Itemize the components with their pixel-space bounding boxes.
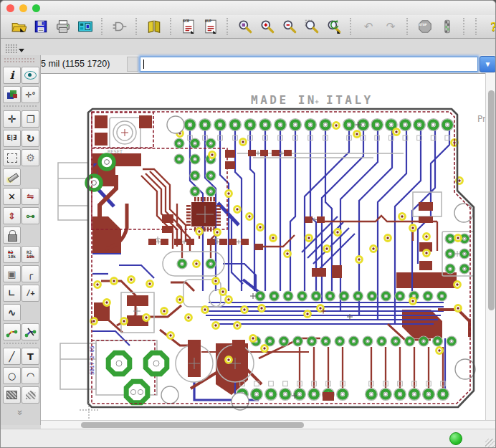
arc-tool-button[interactable]: ◠	[22, 367, 39, 384]
stop-icon	[417, 19, 433, 34]
command-bar-splitter[interactable]	[127, 57, 138, 72]
mark-tool-button[interactable]: ✛°	[22, 86, 39, 103]
split-tool-button[interactable]: ⇕	[3, 207, 21, 224]
minimize-window-button[interactable]	[19, 4, 27, 12]
zoom-redraw-button[interactable]	[325, 17, 343, 36]
rotate-tool-button[interactable]: ↻	[22, 130, 39, 147]
redo-button[interactable]: ↷	[381, 17, 400, 36]
pcb-text: SB17-2-05	[89, 345, 95, 375]
top-trace	[171, 282, 194, 291]
cam-processor-icon	[77, 19, 93, 34]
zoom-out-button[interactable]	[280, 17, 299, 36]
smd-pad	[323, 392, 334, 401]
top-trace	[108, 301, 123, 333]
palette-drag-handle[interactable]	[4, 57, 35, 63]
pcb-drawing[interactable]: MADE IN ITALYPrRESETSB17-2-05	[41, 74, 485, 420]
smd-pad	[127, 295, 148, 306]
zoom-in-button[interactable]	[258, 17, 277, 36]
polygon-tool-button[interactable]	[22, 386, 39, 404]
lock-tool-icon	[8, 230, 16, 240]
undo-icon: ↶	[364, 20, 373, 33]
value-tool-icon: R210k	[27, 250, 34, 259]
ratsnest-button[interactable]	[438, 17, 457, 36]
zoom-window-button[interactable]	[32, 4, 40, 12]
command-input[interactable]	[140, 57, 478, 72]
text-tool-button[interactable]: T	[22, 348, 39, 365]
ulp-button[interactable]: ULP	[201, 17, 220, 36]
wire-tool-icon: ╱	[9, 352, 15, 361]
show-tool-button[interactable]	[22, 67, 39, 84]
cam-processor-button[interactable]	[76, 17, 95, 36]
horizontal-scrollbar-thumb[interactable]	[81, 422, 304, 428]
info-tool-icon: i	[10, 70, 14, 81]
miter-tool-button[interactable]: ╭	[22, 265, 39, 282]
command-history-dropdown-button[interactable]: ▼	[480, 56, 496, 72]
circle-tool-icon: ○	[8, 371, 16, 381]
smd-pad	[232, 340, 245, 377]
script-button[interactable]: SCR	[179, 17, 198, 36]
smd-pad	[419, 261, 432, 270]
resize-grip[interactable]	[485, 439, 495, 448]
smd-pad	[332, 265, 342, 278]
copper-pour	[396, 272, 457, 288]
smash-tool-button[interactable]: ▣	[3, 265, 21, 282]
smd-pad	[225, 161, 235, 169]
polygon-tool-icon	[26, 391, 36, 399]
optimize-tool-button[interactable]: ⊶	[22, 207, 39, 224]
change-tool-button[interactable]: ⚙	[22, 149, 39, 166]
name-tool-button[interactable]: R210k	[3, 246, 21, 263]
cut-tool-button[interactable]	[3, 168, 21, 186]
mirror-tool-button[interactable]: E|Ǝ	[3, 130, 21, 147]
wire-tool-button[interactable]: ╱	[3, 348, 21, 365]
undo-button[interactable]: ↶	[359, 17, 378, 36]
info-tool-button[interactable]: i	[3, 67, 21, 84]
palette-more-button[interactable]: »	[1, 406, 41, 419]
titlebar[interactable]	[1, 1, 495, 15]
grid-icon	[5, 44, 17, 53]
route-tool-button[interactable]	[3, 323, 21, 340]
toolbar-separator	[475, 18, 478, 35]
pcb-text: MADE IN ITALY	[251, 93, 373, 107]
delete-tool-button[interactable]: ✕	[3, 188, 21, 205]
copy-tool-icon: ❐	[27, 115, 35, 124]
open-button[interactable]	[9, 17, 28, 36]
board-canvas[interactable]: MADE IN ITALYPrRESETSB17-2-05	[41, 73, 485, 420]
route-angle-tool-button[interactable]: /+	[22, 285, 39, 302]
print-icon	[55, 19, 71, 34]
smd-pad	[419, 202, 433, 211]
bottom-trace	[322, 130, 363, 302]
smd-pad	[162, 214, 173, 223]
lock-tool-button[interactable]	[3, 227, 21, 244]
bottom-trace	[119, 265, 154, 278]
stop-button[interactable]: STOP	[416, 17, 434, 36]
library-button[interactable]	[145, 17, 163, 36]
value-tool-button[interactable]: R210k	[22, 246, 39, 263]
device-button[interactable]	[110, 17, 129, 36]
close-window-button[interactable]	[6, 4, 14, 12]
display-layers-tool-button[interactable]	[3, 86, 21, 103]
name-tool-icon: R210k	[8, 250, 16, 259]
vertical-scrollbar[interactable]	[485, 73, 496, 420]
move-tool-button[interactable]: ✛	[3, 110, 21, 128]
circle-tool-button[interactable]: ○	[3, 367, 21, 384]
wire-bend-tool-button[interactable]: ∟	[3, 285, 21, 302]
save-icon	[33, 19, 49, 34]
grid-button[interactable]	[5, 41, 27, 53]
horizontal-scrollbar[interactable]	[41, 420, 496, 429]
save-button[interactable]	[32, 17, 50, 36]
smd-pad	[254, 244, 263, 250]
smd-pad	[95, 115, 108, 128]
group-tool-button[interactable]	[3, 149, 21, 166]
help-button[interactable]: ?	[485, 17, 496, 36]
zoom-select-button[interactable]	[302, 17, 321, 36]
zoom-out-icon	[282, 19, 297, 34]
zoom-fit-button[interactable]	[236, 17, 254, 36]
ripup-tool-button[interactable]	[22, 323, 39, 340]
route-angle-tool-icon: /+	[26, 290, 34, 297]
rect-tool-button[interactable]	[3, 386, 21, 404]
copy-tool-button[interactable]: ❐	[22, 110, 39, 128]
vertical-scrollbar-thumb[interactable]	[488, 90, 495, 310]
meander-tool-button[interactable]: ∿	[3, 304, 21, 321]
print-button[interactable]	[54, 17, 72, 36]
ripup-pointer-tool-button[interactable]: ⇋	[22, 188, 39, 205]
